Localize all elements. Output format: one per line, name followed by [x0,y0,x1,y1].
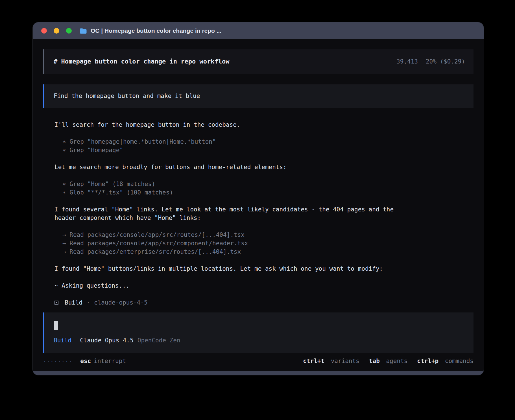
user-message: Find the homepage button and make it blu… [43,84,473,108]
interrupt-label: interrupt [94,358,126,364]
tool-call-line: → Read packages/console/app/src/componen… [54,239,405,248]
close-button[interactable] [41,28,47,34]
tool-call-line: ∗ Grep "Home" (18 matches) [54,180,405,188]
shortcut-key: ctrl+t [303,358,324,364]
provider-label: OpenCode Zen [138,338,180,344]
shortcut-key: ctrl+p [417,358,438,364]
shortcut-label: variants [331,358,359,364]
agent-status: Build · claude-opus-4-5 [54,298,405,307]
tool-call-line: ∗ Grep "Homepage" [54,146,405,154]
tool-call-line: → Read packages/enterprise/src/routes/[.… [54,248,405,256]
shortcut-agents: tab agents [369,358,407,364]
titlebar-title: OC | Homepage button color change in rep… [80,27,221,34]
context-usage: 20% ($0.29) [426,58,465,65]
statusbar-right: ctrl+t variants tab agents ctrl+p comman… [293,358,473,364]
shortcut-key: tab [369,358,380,364]
statusbar: ········ esc interrupt ctrl+t variants t… [43,357,473,365]
assistant-text-line: ~ Asking questions... [54,281,405,290]
shortcut-label: agents [386,358,407,364]
assistant-text-line: I found several "Home" links. Let me loo… [54,205,405,222]
assistant-text-line: Let me search more broadly for buttons a… [54,163,405,171]
assistant-text-line: I'll search for the homepage button in t… [54,121,405,129]
statusbar-left: ········ esc interrupt [43,358,126,364]
session-stats: 39,41320% ($0.29) [396,58,465,65]
minimize-button[interactable] [54,28,59,34]
session-title: # Homepage button color change in repo w… [54,58,230,65]
shortcut-label: commands [445,358,473,364]
zoom-button[interactable] [66,28,72,34]
terminal-content: # Homepage button color change in repo w… [33,39,484,371]
shortcut-variants: ctrl+t variants [303,358,359,364]
interrupt-key: esc [80,358,91,364]
agent-name: Build [65,298,82,307]
tool-call-line: ∗ Glob "**/*.tsx" (100 matches) [54,188,405,197]
window-title: OC | Homepage button color change in rep… [91,27,221,34]
agent-model: claude-opus-4-5 [94,298,148,307]
user-message-text: Find the homepage button and make it blu… [54,93,200,99]
mode-label: Build [54,338,71,344]
traffic-lights [41,28,72,34]
tool-call-line: → Read packages/console/app/src/routes/[… [54,231,405,239]
agent-separator: · [86,298,90,307]
agent-build-icon [54,301,58,305]
shortcut-commands: ctrl+p commands [417,358,473,364]
session-header: # Homepage button color change in repo w… [43,49,473,74]
folder-icon [80,28,87,34]
prompt-input[interactable]: Build Claude Opus 4.5 OpenCode Zen [43,312,473,353]
text-cursor [54,321,58,330]
model-label: Claude Opus 4.5 [80,338,134,344]
spinner-dots: ········ [43,358,72,364]
window-titlebar[interactable]: OC | Homepage button color change in rep… [33,22,484,39]
terminal-window: OC | Homepage button color change in rep… [33,22,484,375]
tool-call-line: ∗ Grep "homepage|home.*button|Home.*butt… [54,137,405,146]
assistant-transcript: I'll search for the homepage button in t… [54,121,405,307]
input-meta: Build Claude Opus 4.5 OpenCode Zen [54,338,464,344]
token-count: 39,413 [396,58,418,65]
assistant-text-line: I found "Home" buttons/links in multiple… [54,264,405,273]
